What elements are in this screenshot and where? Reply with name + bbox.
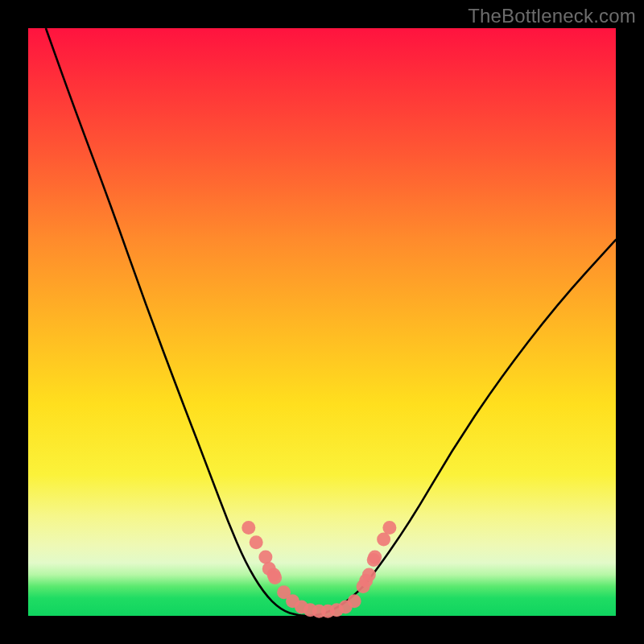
watermark-text: TheBottleneck.com <box>468 5 636 27</box>
markers-group <box>242 521 396 618</box>
marker-point <box>250 535 263 549</box>
chart-stage: TheBottleneck.com <box>0 0 644 644</box>
marker-point <box>382 521 396 535</box>
marker-point <box>377 533 390 547</box>
plot-area <box>28 28 616 616</box>
curve-layer <box>28 28 616 616</box>
marker-point <box>258 551 272 564</box>
marker-point <box>268 571 282 584</box>
marker-point <box>348 594 361 608</box>
marker-point <box>242 521 255 535</box>
marker-point <box>368 551 382 564</box>
bottleneck-curve <box>46 28 616 616</box>
marker-point <box>362 568 376 581</box>
